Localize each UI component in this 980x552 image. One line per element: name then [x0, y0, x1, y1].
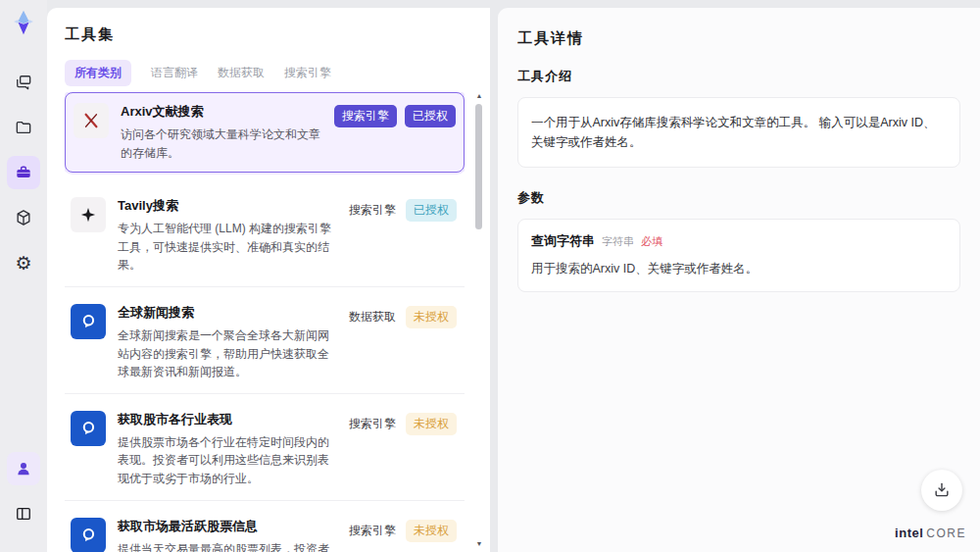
chat-icon — [14, 73, 33, 92]
intel-core-logo: intel CORE — [895, 526, 966, 540]
scrollbar-thumb[interactable] — [475, 104, 482, 229]
tool-name: Tavily搜索 — [118, 197, 337, 215]
param-name: 查询字符串 — [531, 232, 595, 250]
category-label: 数据获取 — [347, 306, 398, 328]
tool-list: Arxiv文献搜索 访问各个研究领域大量科学论文和文章的存储库。 搜索引擎 已授… — [65, 92, 465, 552]
category-label: 搜索引擎 — [347, 199, 398, 222]
nav-account[interactable] — [7, 452, 40, 485]
download-icon — [932, 480, 952, 500]
params-section-title: 参数 — [517, 189, 960, 207]
tab-data-fetch[interactable]: 数据获取 — [218, 65, 265, 81]
tool-card-arxiv[interactable]: Arxiv文献搜索 访问各个研究领域大量科学论文和文章的存储库。 搜索引擎 已授… — [65, 92, 465, 173]
tool-name: 获取市场最活跃股票信息 — [118, 518, 337, 535]
detail-title: 工具详情 — [517, 29, 960, 48]
nav-toggle-panel[interactable] — [7, 497, 40, 530]
app-logo-icon — [10, 9, 37, 36]
tool-card-global-news[interactable]: 全球新闻搜索 全球新闻搜索是一个聚合全球各大新闻网站内容的搜索引擎，帮助用户快速… — [65, 292, 465, 394]
arxiv-chi-icon — [74, 103, 109, 138]
tool-desc: 提供股票市场各个行业在特定时间段内的表现。投资者可以利用这些信息来识别表现优于或… — [118, 433, 337, 488]
user-icon — [14, 459, 33, 478]
page-title: 工具集 — [65, 25, 466, 44]
gear-icon: ⚙ — [15, 254, 31, 273]
intro-section-title: 工具介绍 — [517, 68, 960, 85]
nav-files[interactable] — [7, 111, 40, 144]
blue-bubble-icon — [71, 518, 106, 552]
param-desc: 用于搜索的Arxiv ID、关键字或作者姓名。 — [531, 260, 947, 278]
side-panel-icon — [14, 504, 33, 524]
auth-status-badge: 已授权 — [405, 105, 456, 127]
param-type: 字符串 — [602, 234, 634, 249]
param-item: 查询字符串 字符串 必填 用于搜索的Arxiv ID、关键字或作者姓名。 — [517, 219, 960, 292]
folder-icon — [14, 118, 33, 137]
param-required-flag: 必填 — [641, 234, 662, 249]
tool-card-tavily[interactable]: Tavily搜索 专为人工智能代理 (LLM) 构建的搜索引擎工具，可快速提供实… — [65, 185, 465, 287]
tool-desc: 访问各个研究领域大量科学论文和文章的存储库。 — [121, 125, 324, 162]
nav-chat[interactable] — [7, 66, 40, 99]
tool-desc: 全球新闻搜索是一个聚合全球各大新闻网站内容的搜索引擎，帮助用户快速获取全球最新资… — [118, 326, 337, 381]
scroll-up-icon[interactable]: ▲ — [474, 92, 484, 100]
tool-name: 全球新闻搜索 — [118, 304, 337, 322]
tool-name: Arxiv文献搜索 — [121, 103, 324, 121]
tool-card-sector-performance[interactable]: 获取股市各行业表现 提供股票市场各个行业在特定时间段内的表现。投资者可以利用这些… — [65, 399, 465, 501]
app-rail: ⚙ — [0, 0, 47, 552]
auth-status-badge: 未授权 — [406, 413, 457, 435]
tool-list-panel: 工具集 所有类别 语言翻译 数据获取 搜索引擎 Arxiv文献搜索 访问各个研究… — [47, 8, 490, 552]
nav-packages[interactable] — [7, 201, 40, 234]
tool-desc: 提供当天交易量最高的股票列表，投资者可以利用这些信息来识别流动性强的股票和潜在的… — [118, 540, 337, 552]
cube-icon — [14, 208, 33, 227]
category-tabs: 所有类别 语言翻译 数据获取 搜索引擎 — [65, 60, 466, 86]
auth-status-badge: 未授权 — [406, 520, 457, 542]
auth-status-badge: 已授权 — [406, 199, 457, 222]
intel-logo-text: intel — [895, 526, 923, 540]
tab-language-translation[interactable]: 语言翻译 — [151, 65, 198, 81]
tab-all-categories[interactable]: 所有类别 — [65, 60, 131, 86]
tab-search-engine[interactable]: 搜索引擎 — [284, 65, 331, 81]
tool-detail-panel: 工具详情 工具介绍 一个用于从Arxiv存储库搜索科学论文和文章的工具。 输入可… — [498, 8, 980, 552]
scroll-down-icon[interactable]: ▼ — [474, 540, 484, 548]
tool-intro-box: 一个用于从Arxiv存储库搜索科学论文和文章的工具。 输入可以是Arxiv ID… — [517, 97, 960, 168]
tool-desc: 专为人工智能代理 (LLM) 构建的搜索引擎工具，可快速提供实时、准确和真实的结… — [118, 220, 337, 275]
sparkle-star-icon — [71, 197, 106, 232]
nav-settings[interactable]: ⚙ — [7, 246, 40, 279]
category-badge: 搜索引擎 — [334, 105, 397, 127]
category-label: 搜索引擎 — [347, 413, 398, 435]
briefcase-icon — [14, 163, 33, 182]
download-button[interactable] — [921, 470, 962, 511]
tool-card-most-active-stocks[interactable]: 获取市场最活跃股票信息 提供当天交易量最高的股票列表，投资者可以利用这些信息来识… — [65, 506, 465, 552]
tool-name: 获取股市各行业表现 — [118, 411, 337, 428]
auth-status-badge: 未授权 — [406, 306, 457, 328]
core-logo-text: CORE — [926, 527, 966, 540]
list-scrollbar[interactable]: ▲ ▼ — [474, 92, 484, 548]
blue-bubble-icon — [71, 304, 106, 339]
category-label: 搜索引擎 — [347, 520, 398, 542]
blue-bubble-icon — [71, 411, 106, 446]
nav-tools[interactable] — [7, 156, 40, 189]
